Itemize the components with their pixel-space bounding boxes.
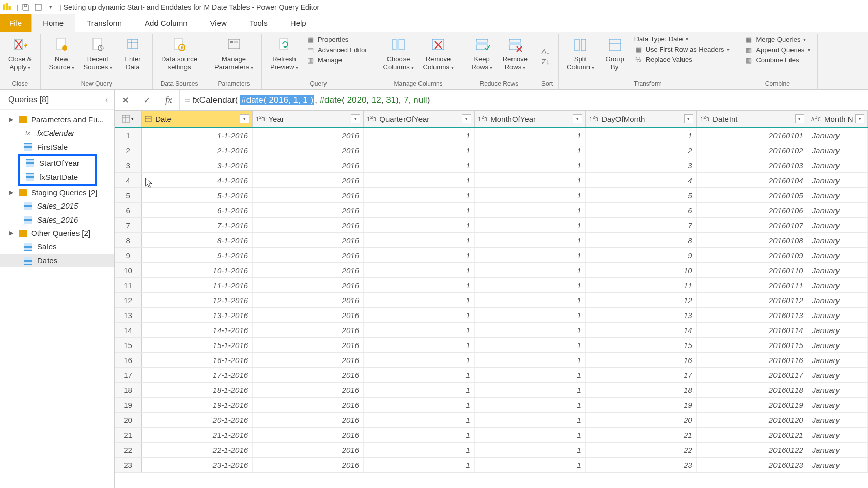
cell-monthofyear[interactable]: 1	[475, 323, 586, 337]
cell-monthname[interactable]: January	[808, 173, 868, 187]
row-number[interactable]: 19	[115, 398, 142, 412]
cell-monthofyear[interactable]: 1	[475, 353, 586, 367]
cell-monthofyear[interactable]: 1	[475, 308, 586, 322]
tab-tools[interactable]: Tools	[238, 14, 279, 32]
cell-monthofyear[interactable]: 1	[475, 233, 586, 247]
row-number[interactable]: 14	[115, 323, 142, 337]
cell-monthname[interactable]: January	[808, 188, 868, 202]
save-icon[interactable]	[20, 2, 32, 13]
cell-date[interactable]: 19-1-2016	[142, 398, 253, 412]
cell-quarterofyear[interactable]: 1	[364, 128, 475, 143]
cell-dayofmonth[interactable]: 1	[586, 128, 697, 143]
cell-dateint[interactable]: 20160113	[697, 308, 808, 322]
cell-quarterofyear[interactable]: 1	[364, 248, 475, 262]
cell-year[interactable]: 2016	[253, 443, 364, 457]
cell-dateint[interactable]: 20160103	[697, 158, 808, 172]
row-number[interactable]: 2	[115, 143, 142, 158]
table-row[interactable]: 33-1-2016201611320160103January	[115, 158, 868, 173]
table-row[interactable]: 88-1-2016201611820160108January	[115, 233, 868, 248]
cell-dateint[interactable]: 20160108	[697, 233, 808, 247]
tab-file[interactable]: File	[0, 14, 31, 32]
cell-monthname[interactable]: January	[808, 413, 868, 427]
cell-dateint[interactable]: 20160109	[697, 248, 808, 262]
cell-monthofyear[interactable]: 1	[475, 383, 586, 397]
cell-monthofyear[interactable]: 1	[475, 338, 586, 352]
row-number[interactable]: 23	[115, 458, 142, 472]
cell-quarterofyear[interactable]: 1	[364, 143, 475, 158]
cell-dateint[interactable]: 20160106	[697, 203, 808, 217]
cell-monthname[interactable]: January	[808, 203, 868, 217]
cell-date[interactable]: 15-1-2016	[142, 338, 253, 352]
cell-monthname[interactable]: January	[808, 323, 868, 337]
properties-button[interactable]: ▦Properties	[306, 35, 367, 43]
combine-files-button[interactable]: ▥Combine Files	[745, 56, 810, 64]
cell-dayofmonth[interactable]: 4	[586, 173, 697, 187]
cell-quarterofyear[interactable]: 1	[364, 353, 475, 367]
cell-quarterofyear[interactable]: 1	[364, 263, 475, 277]
cell-date[interactable]: 12-1-2016	[142, 293, 253, 307]
cell-quarterofyear[interactable]: 1	[364, 293, 475, 307]
split-column-button[interactable]: Split Column	[564, 34, 597, 73]
cell-dayofmonth[interactable]: 15	[586, 338, 697, 352]
table-row[interactable]: 99-1-2016201611920160109January	[115, 248, 868, 263]
row-number[interactable]: 18	[115, 383, 142, 397]
table-row[interactable]: 1919-1-20162016111920160119January	[115, 398, 868, 413]
collapse-queries-icon[interactable]: ‹	[105, 95, 108, 104]
cell-dayofmonth[interactable]: 9	[586, 248, 697, 262]
cell-dateint[interactable]: 20160107	[697, 218, 808, 232]
enter-data-button[interactable]: Enter Data	[118, 34, 147, 73]
cell-monthofyear[interactable]: 1	[475, 428, 586, 442]
cell-year[interactable]: 2016	[253, 398, 364, 412]
cell-dayofmonth[interactable]: 11	[586, 278, 697, 292]
cell-quarterofyear[interactable]: 1	[364, 203, 475, 217]
cell-monthofyear[interactable]: 1	[475, 278, 586, 292]
formula-commit-button[interactable]: ✓	[136, 90, 158, 110]
table-row[interactable]: 66-1-2016201611620160106January	[115, 203, 868, 218]
cell-quarterofyear[interactable]: 1	[364, 413, 475, 427]
cell-dayofmonth[interactable]: 16	[586, 353, 697, 367]
cell-year[interactable]: 2016	[253, 293, 364, 307]
table-row[interactable]: 1515-1-20162016111520160115January	[115, 338, 868, 353]
cell-monthname[interactable]: January	[808, 398, 868, 412]
first-row-headers-button[interactable]: ▦Use First Row as Headers▾	[634, 45, 730, 53]
cell-year[interactable]: 2016	[253, 413, 364, 427]
cell-dayofmonth[interactable]: 14	[586, 323, 697, 337]
cell-dayofmonth[interactable]: 21	[586, 428, 697, 442]
cell-monthname[interactable]: January	[808, 353, 868, 367]
cell-monthname[interactable]: January	[808, 458, 868, 472]
cell-monthofyear[interactable]: 1	[475, 218, 586, 232]
cell-dateint[interactable]: 20160118	[697, 383, 808, 397]
cell-year[interactable]: 2016	[253, 173, 364, 187]
column-header-dateint[interactable]: 123DateInt▾	[697, 111, 808, 127]
cell-quarterofyear[interactable]: 1	[364, 173, 475, 187]
cell-monthname[interactable]: January	[808, 293, 868, 307]
fx-icon[interactable]: fx	[158, 90, 180, 110]
filter-dropdown-icon[interactable]: ▾	[795, 114, 804, 123]
keep-rows-button[interactable]: Keep Rows	[468, 34, 497, 73]
row-number[interactable]: 15	[115, 338, 142, 352]
query-item-sales_2015[interactable]: Sales_2015	[0, 199, 114, 213]
cell-year[interactable]: 2016	[253, 233, 364, 247]
cell-dateint[interactable]: 20160119	[697, 398, 808, 412]
table-row[interactable]: 22-1-2016201611220160102January	[115, 143, 868, 158]
row-number[interactable]: 13	[115, 308, 142, 322]
cell-dateint[interactable]: 20160102	[697, 143, 808, 158]
cell-date[interactable]: 4-1-2016	[142, 173, 253, 187]
query-item-firstsale[interactable]: FirstSale	[0, 140, 114, 154]
tab-view[interactable]: View	[199, 14, 238, 32]
cell-quarterofyear[interactable]: 1	[364, 383, 475, 397]
cell-dayofmonth[interactable]: 18	[586, 383, 697, 397]
cell-year[interactable]: 2016	[253, 203, 364, 217]
cell-monthofyear[interactable]: 1	[475, 173, 586, 187]
cell-quarterofyear[interactable]: 1	[364, 308, 475, 322]
row-number[interactable]: 7	[115, 218, 142, 232]
cell-dateint[interactable]: 20160105	[697, 188, 808, 202]
filter-dropdown-icon[interactable]: ▾	[855, 114, 864, 123]
cell-monthname[interactable]: January	[808, 128, 868, 143]
choose-columns-button[interactable]: Choose Columns	[380, 34, 417, 73]
cell-date[interactable]: 1-1-2016	[142, 128, 253, 143]
remove-rows-button[interactable]: Remove Rows	[500, 34, 531, 73]
column-header-year[interactable]: 123Year▾	[253, 111, 364, 127]
cell-quarterofyear[interactable]: 1	[364, 338, 475, 352]
query-item-dates[interactable]: Dates	[0, 254, 114, 267]
